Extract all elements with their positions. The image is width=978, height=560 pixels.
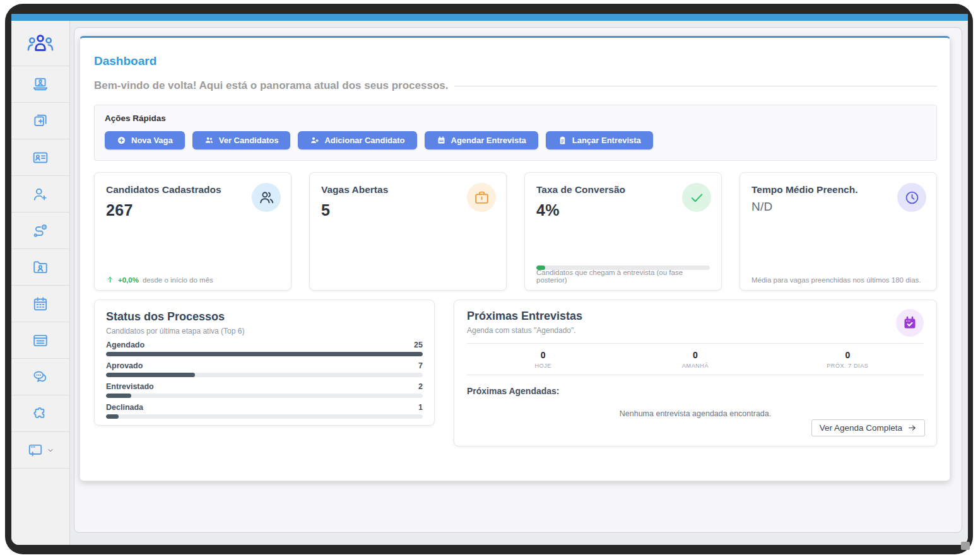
- sidebar-item-add-person[interactable]: [11, 176, 69, 213]
- check-icon: [689, 190, 705, 206]
- calendar-check-badge: [896, 309, 924, 337]
- quick-action-label: Agendar Entrevista: [451, 136, 526, 145]
- user-plus-white-icon: [310, 136, 319, 145]
- chat-bubbles-icon: [32, 369, 49, 385]
- folder-user-icon: [32, 259, 49, 276]
- content-panel: Dashboard Bem-vindo de volta! Aqui está …: [74, 27, 962, 533]
- stat-delta: +0,0%: [118, 276, 139, 284]
- calendar-white-icon: [437, 136, 446, 145]
- stat-card-vagas-abertas: Vagas Abertas 5: [309, 172, 507, 291]
- interview-counter-amanhã: 0 AMANHÃ: [619, 350, 771, 369]
- calendar-check-icon: [902, 315, 917, 330]
- puzzle-icon: [32, 405, 49, 422]
- briefcase-icon: [474, 190, 490, 206]
- sidebar-item-new-vacancy[interactable]: [11, 103, 69, 139]
- counter-value: 0: [467, 350, 619, 360]
- window-resize-handle[interactable]: [961, 542, 970, 550]
- interview-counter-pr-x-7-dias: 0 PRÓX. 7 DIAS: [772, 350, 924, 369]
- app-screen: Dashboard Bem-vindo de volta! Aqui está …: [11, 14, 968, 545]
- status-bar-value: 25: [414, 341, 423, 349]
- status-bar-value: 2: [418, 382, 423, 391]
- plus-circle-icon: [117, 136, 126, 145]
- quick-action-label: Ver Candidatos: [219, 136, 279, 145]
- sidebar-item-candidate-files[interactable]: [11, 249, 69, 286]
- quick-action-label: Lançar Entrevista: [572, 136, 641, 145]
- status-processes-card: Status dos Processos Candidatos por últi…: [94, 300, 435, 426]
- quick-action-label: Adicionar Candidato: [324, 136, 404, 145]
- sidebar-item-new-window[interactable]: [11, 432, 69, 469]
- trend-up-icon: [106, 276, 114, 284]
- dashboard-card: Dashboard Bem-vindo de volta! Aqui está …: [80, 36, 950, 481]
- counter-label: AMANHÃ: [619, 363, 771, 369]
- quick-action-nova-vaga[interactable]: Nova Vaga: [105, 131, 185, 149]
- sidebar-item-calendar[interactable]: [11, 286, 69, 322]
- quick-action-ver-candidatos[interactable]: Ver Candidatos: [192, 131, 291, 149]
- view-full-agenda-button[interactable]: Ver Agenda Completa: [811, 419, 925, 436]
- trend-up-icon-wrap: [106, 276, 114, 284]
- upcoming-interviews-card: Próximas Entrevistas Agenda com status "…: [454, 300, 937, 446]
- stat-card-icon-badge: [467, 183, 496, 212]
- interview-counter-hoje: 0 HOJE: [467, 350, 619, 369]
- sidebar-item-pipeline[interactable]: [11, 213, 69, 249]
- status-bar-track: [106, 373, 423, 377]
- window-lines-icon: [32, 332, 49, 349]
- stat-card-icon-badge: [252, 183, 281, 212]
- status-bar-value: 1: [418, 403, 423, 412]
- quick-actions-title: Ações Rápidas: [105, 114, 926, 123]
- stat-card-taxa-de-conversao: Taxa de Conversão 4% Candidatos que cheg…: [524, 172, 722, 291]
- window-titlebar: [11, 14, 968, 21]
- laptop-user-icon: [32, 76, 49, 93]
- stat-card-tempo-medio-preench: Tempo Médio Preench. N/D Média para vaga…: [739, 172, 937, 291]
- stat-delta-caption: desde o início do mês: [143, 276, 213, 284]
- status-bar-track: [106, 394, 423, 398]
- status-subtitle: Candidatos por última etapa ativa (Top 6…: [106, 327, 423, 335]
- status-title: Status dos Processos: [106, 310, 423, 324]
- clipboard-white-icon: [558, 136, 567, 145]
- counter-label: HOJE: [467, 363, 619, 369]
- stat-card-icon-badge: [682, 183, 711, 212]
- stat-card-candidatos-cadastrados: Candidatos Cadastrados 267 +0,0% desde o…: [94, 172, 292, 291]
- status-bar-track: [106, 352, 423, 356]
- users-white-icon: [204, 136, 214, 145]
- quick-action-adicionar-candidato[interactable]: Adicionar Candidato: [298, 131, 416, 149]
- sidebar: [11, 21, 70, 545]
- sidebar-item-interviews[interactable]: [11, 66, 69, 103]
- sidebar-item-badges[interactable]: [11, 139, 69, 176]
- users-icon: [259, 190, 274, 206]
- status-bar-track: [106, 414, 423, 419]
- quick-action-lan-ar-entrevista[interactable]: Lançar Entrevista: [546, 131, 653, 149]
- chevron-down-icon: [47, 446, 54, 454]
- stat-card-footer: Candidatos que chegam à entrevista (ou f…: [536, 269, 710, 284]
- status-bar-row-declinada: Declinada 1: [106, 403, 423, 419]
- counter-label: PRÓX. 7 DIAS: [772, 363, 924, 369]
- status-bar-label: Declinada: [106, 403, 143, 412]
- quick-action-label: Nova Vaga: [131, 136, 173, 145]
- page-title: Dashboard: [94, 54, 937, 68]
- copy-plus-icon: [32, 113, 49, 129]
- status-bar-row-entrevistado: Entrevistado 2: [106, 382, 423, 398]
- status-bar-row-aprovado: Aprovado 7: [106, 361, 423, 377]
- status-bar-label: Entrevistado: [106, 382, 154, 391]
- id-card-icon: [32, 149, 49, 166]
- calendar-icon: [32, 296, 49, 312]
- sidebar-item-forms[interactable]: [11, 322, 69, 359]
- window-plus-icon: [27, 442, 44, 458]
- sidebar-item-integrations[interactable]: [11, 395, 69, 432]
- user-plus-icon: [32, 186, 49, 202]
- sidebar-item-chat[interactable]: [11, 359, 69, 395]
- stat-card-footer: Média para vagas preenchidas nos últimos…: [751, 276, 925, 284]
- status-bar-value: 7: [418, 361, 423, 370]
- arrow-right-icon: [907, 423, 917, 433]
- route-icon: [32, 223, 49, 239]
- sidebar-item-logo[interactable]: [11, 21, 69, 66]
- status-bar-label: Aprovado: [106, 361, 143, 370]
- status-bar-label: Agendado: [106, 341, 144, 349]
- quick-actions-section: Ações Rápidas Nova VagaVer CandidatosAdi…: [94, 105, 937, 161]
- counter-value: 0: [772, 350, 924, 360]
- clock-icon: [904, 190, 920, 206]
- quick-action-agendar-entrevista[interactable]: Agendar Entrevista: [425, 131, 538, 149]
- main-area: Dashboard Bem-vindo de volta! Aqui está …: [70, 21, 968, 545]
- stat-card-icon-badge: [897, 183, 926, 212]
- counter-value: 0: [619, 350, 771, 360]
- view-full-agenda-label: Ver Agenda Completa: [820, 423, 902, 433]
